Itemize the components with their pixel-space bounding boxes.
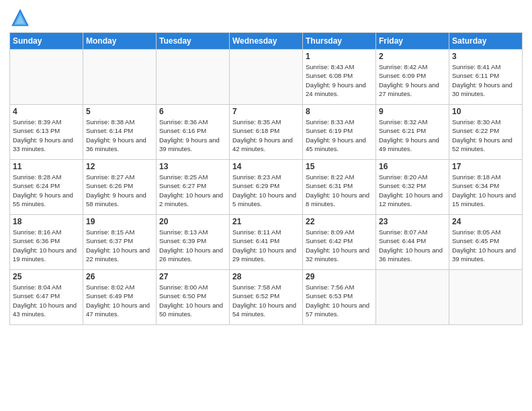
calendar-week-3: 18Sunrise: 8:16 AM Sunset: 6:36 PM Dayli… xyxy=(10,215,523,270)
calendar-header-monday: Monday xyxy=(83,33,157,50)
calendar-cell: 14Sunrise: 8:23 AM Sunset: 6:29 PM Dayli… xyxy=(230,160,303,215)
day-info: Sunrise: 8:33 AM Sunset: 6:19 PM Dayligh… xyxy=(306,118,373,153)
calendar-cell: 11Sunrise: 8:28 AM Sunset: 6:24 PM Dayli… xyxy=(10,160,83,215)
calendar-cell xyxy=(157,50,230,105)
day-info: Sunrise: 8:20 AM Sunset: 6:32 PM Dayligh… xyxy=(379,173,446,208)
day-info: Sunrise: 8:04 AM Sunset: 6:47 PM Dayligh… xyxy=(13,283,80,318)
day-number: 29 xyxy=(306,272,373,281)
day-number: 4 xyxy=(13,107,80,116)
day-number: 13 xyxy=(159,162,226,171)
calendar-body: 1Sunrise: 8:43 AM Sunset: 6:08 PM Daylig… xyxy=(10,50,523,325)
calendar-cell: 13Sunrise: 8:25 AM Sunset: 6:27 PM Dayli… xyxy=(157,160,230,215)
calendar-cell: 4Sunrise: 8:39 AM Sunset: 6:13 PM Daylig… xyxy=(10,105,83,160)
day-number: 5 xyxy=(86,107,153,116)
day-number: 17 xyxy=(452,162,519,171)
day-info: Sunrise: 8:38 AM Sunset: 6:14 PM Dayligh… xyxy=(86,118,153,153)
day-info: Sunrise: 8:23 AM Sunset: 6:29 PM Dayligh… xyxy=(232,173,300,208)
calendar-cell: 9Sunrise: 8:32 AM Sunset: 6:21 PM Daylig… xyxy=(376,105,449,160)
calendar-header-tuesday: Tuesday xyxy=(157,33,230,50)
calendar-cell: 26Sunrise: 8:02 AM Sunset: 6:49 PM Dayli… xyxy=(83,270,157,325)
calendar-cell: 8Sunrise: 8:33 AM Sunset: 6:19 PM Daylig… xyxy=(303,105,376,160)
day-info: Sunrise: 8:28 AM Sunset: 6:24 PM Dayligh… xyxy=(13,173,80,208)
day-info: Sunrise: 8:16 AM Sunset: 6:36 PM Dayligh… xyxy=(13,228,80,263)
day-info: Sunrise: 8:07 AM Sunset: 6:44 PM Dayligh… xyxy=(379,228,446,263)
calendar-cell: 16Sunrise: 8:20 AM Sunset: 6:32 PM Dayli… xyxy=(376,160,449,215)
calendar-cell: 12Sunrise: 8:27 AM Sunset: 6:26 PM Dayli… xyxy=(83,160,157,215)
day-number: 7 xyxy=(232,107,300,116)
page: SundayMondayTuesdayWednesdayThursdayFrid… xyxy=(0,0,532,411)
calendar-header-thursday: Thursday xyxy=(303,33,376,50)
calendar-cell xyxy=(83,50,157,105)
calendar-cell: 29Sunrise: 7:56 AM Sunset: 6:53 PM Dayli… xyxy=(303,270,376,325)
calendar-week-4: 25Sunrise: 8:04 AM Sunset: 6:47 PM Dayli… xyxy=(10,270,523,325)
day-info: Sunrise: 8:00 AM Sunset: 6:50 PM Dayligh… xyxy=(159,283,226,318)
calendar-cell: 24Sunrise: 8:05 AM Sunset: 6:45 PM Dayli… xyxy=(449,215,523,270)
day-number: 16 xyxy=(379,162,446,171)
day-number: 22 xyxy=(306,217,373,226)
logo-icon xyxy=(9,7,31,28)
calendar-cell: 3Sunrise: 8:41 AM Sunset: 6:11 PM Daylig… xyxy=(449,50,523,105)
day-info: Sunrise: 8:39 AM Sunset: 6:13 PM Dayligh… xyxy=(13,118,80,153)
day-info: Sunrise: 8:15 AM Sunset: 6:37 PM Dayligh… xyxy=(86,228,153,263)
calendar-header-sunday: Sunday xyxy=(10,33,83,50)
day-number: 6 xyxy=(159,107,226,116)
header xyxy=(9,7,523,28)
calendar-cell: 19Sunrise: 8:15 AM Sunset: 6:37 PM Dayli… xyxy=(83,215,157,270)
day-info: Sunrise: 8:30 AM Sunset: 6:22 PM Dayligh… xyxy=(452,118,519,153)
calendar-header-friday: Friday xyxy=(376,33,449,50)
calendar-week-1: 4Sunrise: 8:39 AM Sunset: 6:13 PM Daylig… xyxy=(10,105,523,160)
calendar-cell: 27Sunrise: 8:00 AM Sunset: 6:50 PM Dayli… xyxy=(157,270,230,325)
day-number: 10 xyxy=(452,107,519,116)
calendar-header-row: SundayMondayTuesdayWednesdayThursdayFrid… xyxy=(10,33,523,50)
calendar-week-2: 11Sunrise: 8:28 AM Sunset: 6:24 PM Dayli… xyxy=(10,160,523,215)
calendar-table: SundayMondayTuesdayWednesdayThursdayFrid… xyxy=(9,32,523,325)
day-number: 18 xyxy=(13,217,80,226)
day-number: 14 xyxy=(232,162,300,171)
calendar-cell: 23Sunrise: 8:07 AM Sunset: 6:44 PM Dayli… xyxy=(376,215,449,270)
day-number: 15 xyxy=(306,162,373,171)
calendar-cell: 5Sunrise: 8:38 AM Sunset: 6:14 PM Daylig… xyxy=(83,105,157,160)
day-number: 25 xyxy=(13,272,80,281)
day-info: Sunrise: 8:41 AM Sunset: 6:11 PM Dayligh… xyxy=(452,62,519,98)
calendar-cell: 15Sunrise: 8:22 AM Sunset: 6:31 PM Dayli… xyxy=(303,160,376,215)
calendar-cell xyxy=(449,270,523,325)
day-number: 23 xyxy=(379,217,446,226)
day-number: 2 xyxy=(379,52,446,61)
day-number: 21 xyxy=(232,217,300,226)
calendar-cell: 1Sunrise: 8:43 AM Sunset: 6:08 PM Daylig… xyxy=(303,50,376,105)
day-number: 28 xyxy=(232,272,300,281)
day-info: Sunrise: 8:09 AM Sunset: 6:42 PM Dayligh… xyxy=(306,228,373,263)
calendar-cell xyxy=(10,50,83,105)
calendar-cell: 25Sunrise: 8:04 AM Sunset: 6:47 PM Dayli… xyxy=(10,270,83,325)
calendar-cell: 7Sunrise: 8:35 AM Sunset: 6:18 PM Daylig… xyxy=(230,105,303,160)
calendar-cell: 20Sunrise: 8:13 AM Sunset: 6:39 PM Dayli… xyxy=(157,215,230,270)
calendar-header-wednesday: Wednesday xyxy=(230,33,303,50)
day-number: 19 xyxy=(86,217,153,226)
calendar-cell: 2Sunrise: 8:42 AM Sunset: 6:09 PM Daylig… xyxy=(376,50,449,105)
calendar-cell: 6Sunrise: 8:36 AM Sunset: 6:16 PM Daylig… xyxy=(157,105,230,160)
calendar-header-saturday: Saturday xyxy=(449,33,523,50)
day-info: Sunrise: 8:27 AM Sunset: 6:26 PM Dayligh… xyxy=(86,173,153,208)
calendar-cell: 10Sunrise: 8:30 AM Sunset: 6:22 PM Dayli… xyxy=(449,105,523,160)
calendar-week-0: 1Sunrise: 8:43 AM Sunset: 6:08 PM Daylig… xyxy=(10,50,523,105)
day-info: Sunrise: 7:58 AM Sunset: 6:52 PM Dayligh… xyxy=(232,283,300,318)
day-number: 26 xyxy=(86,272,153,281)
calendar-cell: 28Sunrise: 7:58 AM Sunset: 6:52 PM Dayli… xyxy=(230,270,303,325)
day-number: 8 xyxy=(306,107,373,116)
calendar-cell: 21Sunrise: 8:11 AM Sunset: 6:41 PM Dayli… xyxy=(230,215,303,270)
day-info: Sunrise: 8:11 AM Sunset: 6:41 PM Dayligh… xyxy=(232,228,300,263)
day-info: Sunrise: 8:42 AM Sunset: 6:09 PM Dayligh… xyxy=(379,62,446,98)
calendar-cell: 22Sunrise: 8:09 AM Sunset: 6:42 PM Dayli… xyxy=(303,215,376,270)
day-info: Sunrise: 8:02 AM Sunset: 6:49 PM Dayligh… xyxy=(86,283,153,318)
calendar-cell: 18Sunrise: 8:16 AM Sunset: 6:36 PM Dayli… xyxy=(10,215,83,270)
day-number: 11 xyxy=(13,162,80,171)
day-info: Sunrise: 8:25 AM Sunset: 6:27 PM Dayligh… xyxy=(159,173,226,208)
day-number: 3 xyxy=(452,52,519,61)
day-info: Sunrise: 8:35 AM Sunset: 6:18 PM Dayligh… xyxy=(232,118,300,153)
day-info: Sunrise: 8:18 AM Sunset: 6:34 PM Dayligh… xyxy=(452,173,519,208)
day-number: 20 xyxy=(159,217,226,226)
day-info: Sunrise: 7:56 AM Sunset: 6:53 PM Dayligh… xyxy=(306,283,373,318)
day-info: Sunrise: 8:32 AM Sunset: 6:21 PM Dayligh… xyxy=(379,118,446,153)
calendar-cell xyxy=(230,50,303,105)
day-number: 12 xyxy=(86,162,153,171)
